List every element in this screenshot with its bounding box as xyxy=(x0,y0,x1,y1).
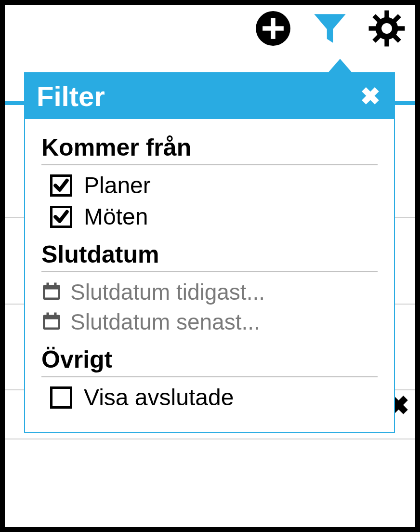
svg-rect-17 xyxy=(54,283,56,287)
checkbox-label: Möten xyxy=(84,203,148,230)
svg-rect-5 xyxy=(384,11,389,18)
date-placeholder: Slutdatum tidigast... xyxy=(70,279,265,305)
filter-panel-body: Kommer från Planer Möten Slutdatum xyxy=(25,119,394,432)
svg-rect-16 xyxy=(47,283,49,287)
section-divider xyxy=(41,271,378,272)
filter-icon[interactable] xyxy=(311,10,349,47)
checkbox-icon xyxy=(50,174,72,197)
svg-marker-3 xyxy=(314,14,346,42)
date-placeholder: Slutdatum senast... xyxy=(70,309,260,335)
svg-point-13 xyxy=(381,23,392,34)
filter-panel-title: Filter xyxy=(37,80,105,112)
svg-rect-8 xyxy=(397,26,405,30)
gear-icon[interactable] xyxy=(368,10,406,47)
checkbox-moten[interactable]: Möten xyxy=(50,203,378,230)
svg-rect-6 xyxy=(384,39,389,47)
close-icon[interactable]: ✖ xyxy=(360,84,381,108)
checkbox-label: Planer xyxy=(84,172,151,199)
section-divider xyxy=(41,164,378,165)
filter-panel-header: Filter ✖ xyxy=(25,73,394,119)
checkbox-visa-avslutade[interactable]: Visa avslutade xyxy=(50,384,378,411)
popover-caret xyxy=(328,59,353,73)
filter-panel: Filter ✖ Kommer från Planer Möten Slutda… xyxy=(24,72,395,433)
calendar-icon xyxy=(41,281,62,303)
svg-rect-15 xyxy=(44,286,59,290)
section-divider xyxy=(41,376,378,377)
checkbox-icon xyxy=(50,206,72,228)
svg-rect-21 xyxy=(54,313,56,317)
checkbox-planer[interactable]: Planer xyxy=(50,172,378,199)
svg-rect-7 xyxy=(369,26,377,30)
section-title-other: Övrigt xyxy=(41,346,378,373)
checkbox-icon xyxy=(50,386,72,409)
calendar-icon xyxy=(41,311,62,333)
svg-rect-19 xyxy=(44,316,59,319)
bg-row-divider xyxy=(5,439,415,439)
date-input-latest[interactable]: Slutdatum senast... xyxy=(41,309,378,335)
toolbar xyxy=(254,10,406,47)
section-title-source: Kommer från xyxy=(41,133,378,161)
svg-rect-20 xyxy=(47,313,49,317)
checkbox-label: Visa avslutade xyxy=(84,384,234,411)
section-title-enddate: Slutdatum xyxy=(41,240,378,268)
date-input-earliest[interactable]: Slutdatum tidigast... xyxy=(41,279,378,305)
svg-rect-2 xyxy=(262,26,284,30)
add-icon[interactable] xyxy=(254,10,292,47)
